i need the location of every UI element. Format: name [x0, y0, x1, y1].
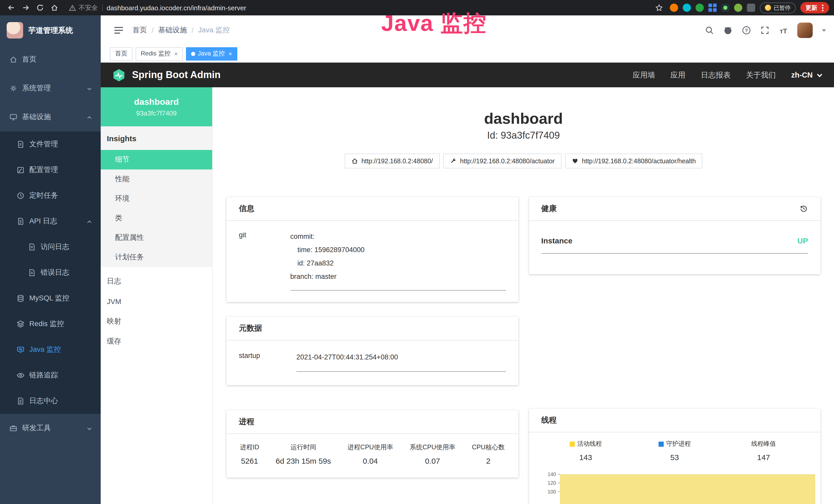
sba-main: dashboard Id: 93a3fc7f7409 http://192.16…: [213, 87, 834, 504]
instance-links: http://192.168.0.2:48080/ http://192.168…: [213, 154, 834, 168]
breadcrumb-current: Java 监控: [198, 26, 230, 35]
document-icon: [28, 269, 36, 277]
breadcrumb-home[interactable]: 首页: [133, 26, 147, 35]
threads-chart: 140 120 100: [529, 470, 820, 496]
extension-icon[interactable]: [670, 4, 678, 12]
instance-id: 93a3fc7f7409: [136, 109, 177, 117]
infra-submenu: 文件管理 配置管理 定时任务 API 日志: [0, 132, 101, 414]
git-id-line: id: 27aa832: [290, 257, 506, 270]
fullscreen-icon[interactable]: [760, 26, 770, 35]
caret-down-icon[interactable]: [822, 29, 826, 31]
forward-icon[interactable]: [20, 2, 32, 13]
back-icon[interactable]: [5, 2, 18, 13]
help-icon[interactable]: ?: [742, 26, 751, 35]
sidebar-item-api-log[interactable]: API 日志: [0, 208, 101, 234]
sidebar-item-java[interactable]: Java 监控: [0, 337, 101, 363]
sba-logo-icon[interactable]: [112, 68, 126, 82]
paused-badge[interactable]: 已暂停: [760, 2, 796, 13]
sba-item-details[interactable]: 细节: [101, 150, 212, 169]
git-commit-line: commit:: [290, 230, 506, 244]
sba-sidebar: dashboard 93a3fc7f7409 Insights 细节 性能 环境…: [101, 87, 213, 504]
sba-item-environment[interactable]: 环境: [101, 189, 212, 208]
clock-icon: [17, 191, 25, 200]
close-icon[interactable]: ×: [228, 50, 232, 57]
sidebar-item-home[interactable]: 首页: [0, 45, 101, 74]
card-title: 进程: [239, 417, 254, 427]
github-icon[interactable]: [723, 26, 732, 35]
extension-icon[interactable]: [734, 4, 742, 12]
wrench-icon: [450, 158, 456, 164]
tab-home[interactable]: 首页: [110, 47, 133, 60]
sba-nav-wallboard[interactable]: 应用墙: [633, 70, 655, 80]
app-logo[interactable]: 芋道管理系统: [0, 16, 101, 45]
sba-item-performance[interactable]: 性能: [101, 169, 212, 189]
sba-item-jvm[interactable]: JVM: [101, 291, 212, 311]
sidebar-menu: 首页 系统管理 基础设施 文件管理: [0, 45, 101, 504]
search-icon[interactable]: [705, 26, 714, 35]
sba-item-mappings[interactable]: 映射: [101, 311, 212, 331]
info-key: git: [239, 230, 290, 291]
chart-y-axis: 140 120 100: [545, 470, 560, 496]
extension-icon[interactable]: [708, 4, 717, 12]
update-button[interactable]: 更新: [800, 2, 829, 13]
sba-navbar: Spring Boot Admin 应用墙 应用 日志报表 关于我们 zh-CN: [101, 63, 834, 87]
font-size-icon[interactable]: тT: [779, 26, 788, 35]
threads-card: 线程 活动线程 143 守护进程 53: [529, 409, 820, 504]
link-chip-root[interactable]: http://192.168.0.2:48080/: [345, 154, 439, 168]
sidebar-item-cron[interactable]: 定时任务: [0, 183, 101, 208]
breadcrumb-infra[interactable]: 基础设施: [158, 26, 187, 35]
sba-item-config-props[interactable]: 配置属性: [101, 228, 212, 248]
home-icon: [9, 55, 18, 64]
extension-icon[interactable]: [747, 4, 755, 12]
sidebar-item-access-log[interactable]: 访问日志: [0, 234, 101, 260]
extension-icon[interactable]: [721, 4, 729, 12]
sba-item-classes[interactable]: 类: [101, 208, 212, 228]
sidebar-item-redis[interactable]: Redis 监控: [0, 311, 101, 337]
home-icon[interactable]: [48, 2, 61, 13]
sba-nav-journal[interactable]: 日志报表: [701, 70, 730, 80]
sidebar-item-system[interactable]: 系统管理: [0, 74, 101, 103]
tab-java[interactable]: Java 监控 ×: [186, 47, 237, 60]
sidebar-item-devtools[interactable]: 研发工具: [0, 414, 101, 443]
sba-brand-title[interactable]: Spring Boot Admin: [132, 69, 221, 81]
address-bar[interactable]: 不安全 dashboard.yudao.iocoder.cn/infra/adm…: [69, 3, 651, 12]
monitor-pulse-icon: [17, 346, 25, 354]
history-icon[interactable]: [799, 204, 808, 213]
metric-pid: 进程ID 5261: [240, 443, 259, 465]
sidebar-item-config[interactable]: 配置管理: [0, 157, 101, 183]
admin-sidebar: 芋道管理系统 首页 系统管理 基础设施: [0, 16, 101, 504]
document-icon: [28, 243, 36, 251]
database-icon: [17, 294, 25, 302]
chevron-down-icon: [86, 85, 92, 91]
instance-name: dashboard: [134, 97, 179, 107]
link-chip-actuator[interactable]: http://192.168.0.2:48080/actuator: [443, 154, 561, 168]
sidebar-item-mysql[interactable]: MySQL 监控: [0, 285, 101, 311]
sidebar-item-trace[interactable]: 链路追踪: [0, 363, 101, 388]
hamburger-icon[interactable]: [113, 25, 124, 36]
sidebar-item-infra[interactable]: 基础设施: [0, 103, 101, 132]
instance-header[interactable]: dashboard 93a3fc7f7409: [101, 87, 212, 126]
browser-chrome: 不安全 dashboard.yudao.iocoder.cn/infra/adm…: [0, 0, 834, 16]
bookmark-star-icon[interactable]: [653, 2, 665, 13]
extension-icon[interactable]: [696, 4, 704, 12]
locale-selector[interactable]: zh-CN: [791, 71, 823, 79]
reload-icon[interactable]: [34, 2, 46, 13]
info-row-git: git commit: time: 1596289704000 id: 27aa…: [239, 230, 506, 291]
sba-item-scheduled-tasks[interactable]: 计划任务: [101, 248, 212, 267]
sba-item-caches[interactable]: 缓存: [101, 331, 212, 351]
briefcase-icon: [9, 424, 18, 432]
avatar[interactable]: [797, 23, 813, 38]
sba-item-logs[interactable]: 日志: [101, 271, 212, 291]
link-chip-health[interactable]: http://192.168.0.2:48080/actuator/health: [565, 154, 702, 168]
legend-daemon-threads: 守护进程 53: [630, 439, 719, 462]
sidebar-item-error-log[interactable]: 错误日志: [0, 260, 101, 285]
insights-section: Insights 细节 性能 环境 类 配置属性 计划任务: [101, 126, 212, 267]
app-header: 首页 / 基础设施 / Java 监控 ? тT: [101, 16, 834, 45]
close-icon[interactable]: ×: [174, 50, 178, 57]
tab-redis[interactable]: Redis 监控 ×: [136, 47, 183, 60]
sidebar-item-log-center[interactable]: 日志中心: [0, 388, 101, 414]
sba-nav-about[interactable]: 关于我们: [746, 70, 776, 80]
extension-icon[interactable]: [683, 4, 691, 12]
sba-nav-applications[interactable]: 应用: [671, 70, 685, 80]
sidebar-item-file[interactable]: 文件管理: [0, 132, 101, 157]
